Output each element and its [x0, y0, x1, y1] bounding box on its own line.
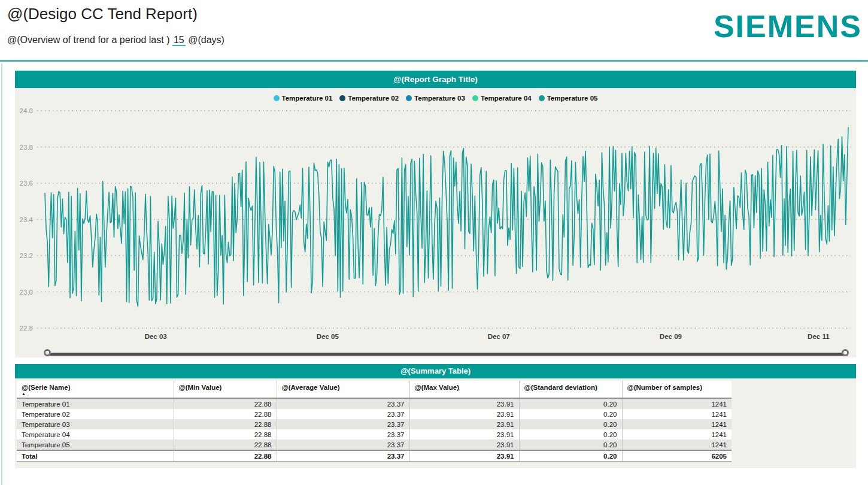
- max-value-cell: 23.91: [409, 398, 519, 409]
- legend-label: Temperature 04: [481, 95, 532, 102]
- number-of-samples-cell: 1241: [622, 429, 732, 439]
- number-of-samples-cell: 1241: [622, 398, 732, 409]
- table-row: Temperature 02 22.88 23.37 23.91 0.20 12…: [17, 409, 732, 419]
- serie-name-cell: Temperature 05: [17, 439, 174, 450]
- summary-panel: @(Summary Table) @(Serie Name) ▲ @(Min V…: [15, 364, 856, 468]
- standard-deviation-cell: 0.20: [519, 419, 622, 429]
- max-value-cell: 23.91: [409, 409, 519, 419]
- serie-name-cell: Temperature 01: [17, 398, 174, 409]
- siemens-logo: SIEMENS: [714, 11, 862, 42]
- legend-dot-icon: [339, 95, 345, 101]
- total-samples-cell: 6205: [622, 450, 732, 462]
- sort-ascending-icon: ▲: [22, 392, 169, 396]
- column-header-serie-name[interactable]: @(Serie Name) ▲: [17, 381, 174, 398]
- trend-report-page: @(Desigo CC Tend Report) @(Overview of t…: [0, 0, 868, 485]
- x-axis-tick-label: Dec 07: [488, 333, 510, 340]
- summary-table-head: @(Serie Name) ▲ @(Min Value) @(Average V…: [17, 381, 732, 398]
- graph-body: Temperature 01Temperature 02Temperature …: [15, 88, 856, 357]
- min-value-cell: 22.88: [174, 409, 277, 419]
- chart-legend: Temperature 01Temperature 02Temperature …: [15, 92, 856, 105]
- max-value-cell: 23.91: [409, 419, 519, 429]
- legend-item[interactable]: Temperature 05: [539, 95, 598, 102]
- column-header-min-value[interactable]: @(Min Value): [174, 381, 277, 398]
- legend-dot-icon: [406, 95, 412, 101]
- subtitle-suffix: @(days): [188, 35, 224, 45]
- average-value-cell: 23.37: [277, 429, 409, 439]
- page-title: @(Desigo CC Tend Report): [7, 5, 198, 23]
- total-max-cell: 23.91: [409, 450, 519, 462]
- max-value-cell: 23.91: [409, 439, 519, 450]
- legend-label: Temperature 02: [348, 95, 399, 102]
- total-min-cell: 22.88: [174, 450, 277, 462]
- column-header-average-value[interactable]: @(Average Value): [277, 381, 409, 398]
- table-total-row: Total 22.88 23.37 23.91 0.20 6205: [17, 450, 732, 462]
- table-row: Temperature 04 22.88 23.37 23.91 0.20 12…: [17, 429, 732, 439]
- summary-title-bar: @(Summary Table): [15, 364, 856, 378]
- standard-deviation-cell: 0.20: [519, 439, 622, 450]
- column-header-max-value[interactable]: @(Max Value): [409, 381, 519, 398]
- legend-label: Temperature 03: [414, 95, 465, 102]
- serie-name-cell: Temperature 02: [17, 409, 174, 419]
- x-axis-tick-label: Dec 05: [317, 333, 339, 340]
- max-value-cell: 23.91: [409, 429, 519, 439]
- serie-name-cell: Temperature 04: [17, 429, 174, 439]
- legend-dot-icon: [274, 95, 280, 101]
- y-axis-tick-label: 23.8: [20, 144, 33, 151]
- number-of-samples-cell: 1241: [622, 409, 732, 419]
- x-axis-tick-label: Dec 11: [808, 333, 830, 340]
- standard-deviation-cell: 0.20: [519, 429, 622, 439]
- min-value-cell: 22.88: [174, 398, 277, 409]
- average-value-cell: 23.37: [277, 409, 409, 419]
- legend-label: Temperature 05: [547, 95, 598, 102]
- y-axis-tick-label: 23.6: [20, 180, 33, 187]
- trend-chart: 24.023.823.623.423.223.022.8Dec 03Dec 05…: [15, 105, 856, 344]
- table-row: Temperature 03 22.88 23.37 23.91 0.20 12…: [17, 419, 732, 429]
- graph-panel: @(Report Graph Title) Temperature 01Temp…: [15, 71, 856, 357]
- legend-item[interactable]: Temperature 02: [339, 95, 399, 102]
- total-std-cell: 0.20: [519, 450, 622, 462]
- standard-deviation-cell: 0.20: [519, 398, 622, 409]
- page-edge-line: [1, 63, 2, 485]
- legend-dot-icon: [472, 95, 478, 101]
- legend-item[interactable]: Temperature 03: [406, 95, 465, 102]
- serie-name-cell: Temperature 03: [17, 419, 174, 429]
- report-subtitle: @(Overview of trend for a period last ) …: [7, 35, 224, 46]
- standard-deviation-cell: 0.20: [519, 409, 622, 419]
- x-axis-tick-label: Dec 09: [660, 333, 682, 340]
- temperature-trend-line: [45, 127, 848, 306]
- number-of-samples-cell: 1241: [622, 439, 732, 450]
- y-axis-tick-label: 23.0: [20, 289, 33, 296]
- subtitle-prefix: @(Overview of trend for a period last ): [7, 35, 169, 45]
- slider-handle-right[interactable]: [842, 349, 849, 356]
- table-row: Temperature 01 22.88 23.37 23.91 0.20 12…: [17, 398, 732, 409]
- legend-item[interactable]: Temperature 04: [472, 95, 532, 102]
- table-row: Temperature 05 22.88 23.37 23.91 0.20 12…: [17, 439, 732, 450]
- min-value-cell: 22.88: [174, 439, 277, 450]
- total-label-cell: Total: [17, 450, 174, 462]
- graph-title-bar: @(Report Graph Title): [15, 71, 856, 88]
- min-value-cell: 22.88: [174, 429, 277, 439]
- column-header-number-of-samples[interactable]: @(Number of samples): [622, 381, 732, 398]
- y-axis-tick-label: 23.2: [20, 252, 33, 259]
- summary-table: @(Serie Name) ▲ @(Min Value) @(Average V…: [17, 381, 732, 462]
- slider-handle-left[interactable]: [44, 349, 51, 356]
- legend-item[interactable]: Temperature 01: [274, 95, 333, 102]
- number-of-samples-cell: 1241: [622, 419, 732, 429]
- average-value-cell: 23.37: [277, 419, 409, 429]
- y-axis-tick-label: 22.8: [20, 325, 33, 332]
- legend-label: Temperature 01: [282, 95, 333, 102]
- summary-table-body: Temperature 01 22.88 23.37 23.91 0.20 12…: [17, 398, 732, 462]
- time-range-slider: [44, 344, 849, 365]
- y-axis-tick-label: 23.4: [20, 216, 34, 223]
- legend-dot-icon: [539, 95, 545, 101]
- total-average-cell: 23.37: [277, 450, 409, 462]
- column-header-standard-deviation[interactable]: @(Standard deviation): [519, 381, 622, 398]
- min-value-cell: 22.88: [174, 419, 277, 429]
- report-header: @(Desigo CC Tend Report) @(Overview of t…: [0, 0, 868, 62]
- slider-track[interactable]: [48, 353, 844, 356]
- y-axis-tick-label: 24.0: [20, 107, 33, 114]
- average-value-cell: 23.37: [277, 439, 409, 450]
- days-parameter-value[interactable]: 15: [172, 35, 186, 46]
- x-axis-tick-label: Dec 03: [145, 333, 167, 340]
- average-value-cell: 23.37: [277, 398, 409, 409]
